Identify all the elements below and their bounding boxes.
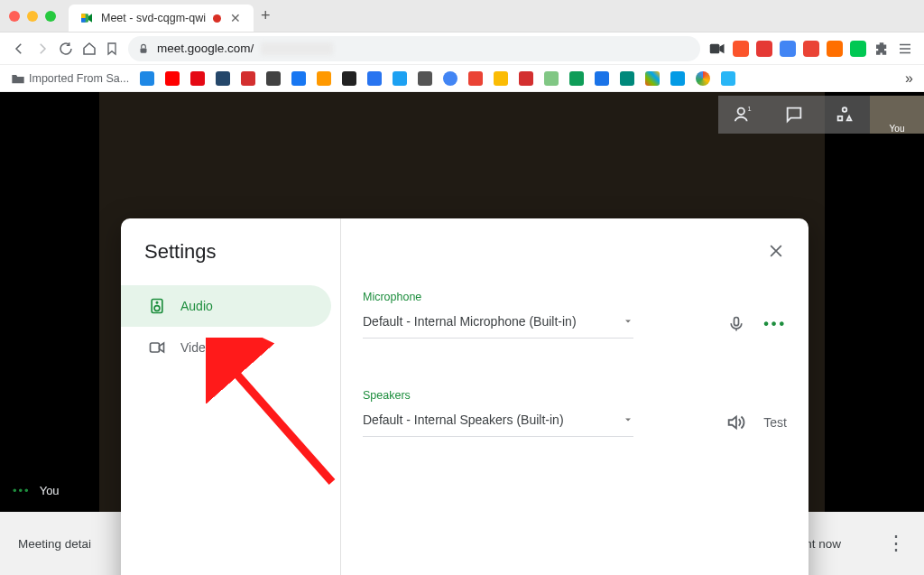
bookmark-icon[interactable] — [544, 71, 559, 86]
svg-rect-13 — [735, 317, 739, 325]
svg-rect-2 — [81, 18, 86, 23]
close-dialog-button[interactable] — [762, 236, 790, 269]
settings-title: Settings — [144, 240, 331, 264]
address-path-obscured — [261, 42, 333, 55]
bookmark-icon[interactable] — [443, 71, 457, 86]
extension-icon[interactable] — [850, 41, 866, 57]
bookmark-button[interactable] — [105, 41, 119, 57]
microphone-row: Default - Internal Microphone (Built-in)… — [363, 309, 787, 339]
bookmark-icon[interactable] — [367, 71, 382, 86]
bookmark-icon[interactable] — [494, 71, 508, 86]
tab-close-button[interactable]: ✕ — [228, 11, 243, 25]
meet-favicon-icon — [79, 11, 94, 25]
modal-scrim[interactable]: Settings Audio Video Microphone Defaul — [0, 92, 924, 575]
microphone-value: Default - Internal Microphone (Built-in) — [363, 314, 577, 329]
svg-rect-1 — [81, 14, 86, 18]
svg-rect-3 — [141, 48, 147, 52]
bookmarks-overflow-button[interactable]: » — [905, 70, 913, 87]
speakers-row: Default - Internal Speakers (Built-in) T… — [363, 407, 787, 437]
window-titlebar: Meet - svd-cqgm-qwi ✕ + — [0, 0, 924, 32]
minimize-window-button[interactable] — [27, 11, 38, 22]
speaker-icon — [148, 297, 166, 315]
address-bar[interactable]: meet.google.com/ — [128, 36, 700, 61]
reload-button[interactable] — [58, 41, 74, 57]
close-window-button[interactable] — [9, 11, 20, 22]
bookmark-icon[interactable] — [190, 71, 205, 86]
speakers-select[interactable]: Default - Internal Speakers (Built-in) — [363, 407, 633, 437]
bookmark-icon[interactable] — [140, 71, 154, 86]
mic-level-icon — [727, 315, 745, 333]
meet-app: 1 You ••• You Meeting detai Turn on capt… — [0, 92, 924, 575]
extension-icon[interactable] — [733, 41, 749, 57]
bookmark-icon[interactable] — [266, 71, 281, 86]
bookmark-icon[interactable] — [418, 71, 432, 86]
settings-dialog: Settings Audio Video Microphone Defaul — [121, 218, 808, 575]
mic-more-button[interactable]: ••• — [763, 316, 787, 332]
browser-tab[interactable]: Meet - svd-cqgm-qwi ✕ — [69, 5, 254, 32]
sidebar-item-video[interactable]: Video — [121, 327, 331, 368]
microphone-select[interactable]: Default - Internal Microphone (Built-in) — [363, 309, 633, 339]
settings-sidebar: Settings Audio Video — [121, 218, 341, 575]
bookmark-icon[interactable] — [620, 71, 634, 86]
extension-icon[interactable] — [827, 41, 843, 57]
bookmark-icon[interactable] — [317, 71, 331, 86]
settings-main: Microphone Default - Internal Microphone… — [341, 218, 808, 575]
bookmark-icon[interactable] — [291, 71, 306, 86]
folder-icon — [11, 72, 25, 85]
bookmark-folder[interactable]: Imported From Sa... — [11, 72, 129, 85]
maximize-window-button[interactable] — [45, 11, 56, 22]
extensions-button[interactable] — [873, 41, 890, 57]
browser-toolbar: meet.google.com/ — [0, 32, 924, 65]
camera-icon[interactable] — [709, 42, 725, 55]
sidebar-item-label: Video — [180, 340, 213, 355]
window-controls — [9, 11, 56, 22]
svg-rect-4 — [710, 43, 720, 53]
speakers-value: Default - Internal Speakers (Built-in) — [363, 413, 564, 427]
bookmark-icon[interactable] — [569, 71, 584, 86]
bookmark-icon[interactable] — [519, 71, 533, 86]
svg-point-10 — [154, 306, 160, 311]
microphone-label: Microphone — [363, 291, 787, 303]
bookmark-icon[interactable] — [216, 71, 230, 86]
bookmark-icon[interactable] — [595, 71, 609, 86]
bookmark-icon[interactable] — [241, 71, 255, 86]
recording-icon — [213, 14, 221, 23]
bookmark-icon[interactable] — [721, 71, 735, 86]
bookmarks-bar: Imported From Sa... » — [0, 65, 924, 92]
sound-icon — [725, 413, 745, 432]
extension-icon[interactable] — [780, 41, 796, 57]
extension-icon[interactable] — [756, 41, 772, 57]
video-icon — [148, 339, 166, 357]
speakers-label: Speakers — [363, 389, 787, 402]
home-button[interactable] — [81, 41, 97, 57]
chevron-down-icon — [623, 316, 633, 327]
close-icon — [767, 242, 785, 260]
bookmark-folder-label: Imported From Sa... — [29, 72, 129, 85]
new-tab-button[interactable]: + — [261, 6, 271, 25]
bookmark-icon[interactable] — [468, 71, 483, 86]
bookmark-icon[interactable] — [342, 71, 356, 86]
bookmark-icon[interactable] — [696, 71, 710, 86]
bookmark-icon[interactable] — [645, 71, 660, 86]
extensions-area — [709, 41, 913, 57]
svg-rect-12 — [151, 343, 160, 352]
nav-controls — [11, 41, 119, 57]
bookmark-favicons — [140, 71, 894, 86]
chevron-down-icon — [623, 414, 633, 425]
svg-point-11 — [156, 301, 158, 303]
tab-title: Meet - svd-cqgm-qwi — [101, 12, 206, 24]
test-speakers-button[interactable]: Test — [763, 415, 787, 430]
sidebar-item-audio[interactable]: Audio — [121, 285, 331, 327]
bookmark-icon[interactable] — [670, 71, 685, 86]
menu-button[interactable] — [897, 41, 913, 57]
sidebar-item-label: Audio — [180, 299, 213, 313]
lock-icon — [137, 42, 150, 55]
forward-button[interactable] — [34, 41, 51, 57]
extension-icon[interactable] — [803, 41, 819, 57]
bookmark-icon[interactable] — [165, 71, 180, 86]
address-host: meet.google.com/ — [157, 42, 254, 55]
back-button[interactable] — [11, 41, 27, 57]
bookmark-icon[interactable] — [393, 71, 407, 86]
